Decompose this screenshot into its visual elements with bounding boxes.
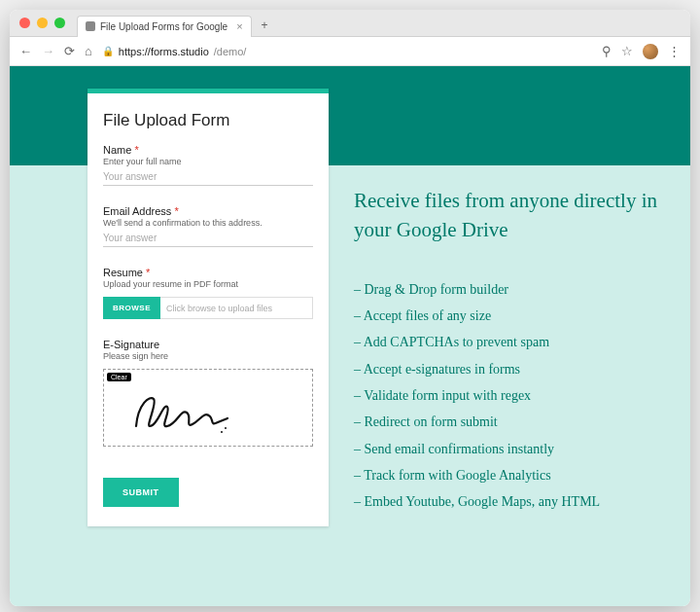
minimize-window-button[interactable] xyxy=(37,18,48,28)
url-path: /demo/ xyxy=(214,46,247,57)
toolbar-right: ⚲ ☆ ⋮ xyxy=(602,44,681,59)
email-input[interactable] xyxy=(103,228,313,247)
feature-item: Track form with Google Analytics xyxy=(354,462,667,488)
marketing-panel: Receive files from anyone directly in yo… xyxy=(354,89,667,526)
tab-favicon xyxy=(86,21,95,31)
feature-item: Drag & Drop form builder xyxy=(354,276,667,303)
reload-icon[interactable]: ⟳ xyxy=(64,44,75,58)
signature-hint: Please sign here xyxy=(103,351,313,361)
feature-item: Add CAPTCHAs to prevent spam xyxy=(354,329,667,355)
back-icon[interactable]: ← xyxy=(19,44,32,58)
forward-icon[interactable]: → xyxy=(42,44,54,58)
feature-item: Redirect on form submit xyxy=(354,409,667,435)
name-hint: Enter your full name xyxy=(103,157,313,166)
name-field: Name * Enter your full name xyxy=(103,144,313,186)
form-title: File Upload Form xyxy=(103,111,313,130)
clear-signature-button[interactable]: Clear xyxy=(107,373,131,381)
menu-icon[interactable]: ⋮ xyxy=(668,44,681,58)
email-field: Email Address * We'll send a confirmatio… xyxy=(103,205,313,247)
form-card: File Upload Form Name * Enter your full … xyxy=(88,89,329,526)
signature-drawing xyxy=(128,389,235,438)
feature-item: Accept files of any size xyxy=(354,303,667,329)
tab-title: File Upload Forms for Google xyxy=(100,21,228,32)
url-host: https://forms.studio xyxy=(119,46,209,57)
name-label: Name * xyxy=(103,144,313,156)
home-icon[interactable]: ⌂ xyxy=(85,44,92,58)
signature-field: E-Signature Please sign here Clear xyxy=(103,339,313,447)
signature-pad[interactable]: Clear xyxy=(103,369,313,447)
browse-row: BROWSE Click browse to upload files xyxy=(103,297,313,319)
resume-field: Resume * Upload your resume in PDF forma… xyxy=(103,267,313,319)
address-bar[interactable]: 🔒 https://forms.studio/demo/ xyxy=(102,46,592,57)
window-controls xyxy=(19,18,65,28)
svg-point-0 xyxy=(225,427,227,429)
profile-avatar[interactable] xyxy=(643,44,658,59)
email-label: Email Address * xyxy=(103,205,313,217)
search-icon[interactable]: ⚲ xyxy=(602,44,612,58)
browser-window: File Upload Forms for Google × + ← → ⟳ ⌂… xyxy=(10,10,690,606)
browse-button[interactable]: BROWSE xyxy=(103,297,160,319)
feature-item: Embed Youtube, Google Maps, any HTML xyxy=(354,488,667,515)
browse-placeholder[interactable]: Click browse to upload files xyxy=(160,297,313,319)
email-hint: We'll send a confirmation to this addres… xyxy=(103,218,313,228)
feature-item: Send email confirmations instantly xyxy=(354,436,667,462)
lock-icon: 🔒 xyxy=(102,46,114,56)
svg-point-1 xyxy=(221,431,223,433)
new-tab-button[interactable]: + xyxy=(258,18,272,32)
title-bar: File Upload Forms for Google × + xyxy=(10,10,690,37)
feature-item: Validate form input with regex xyxy=(354,382,667,409)
marketing-headline: Receive files from anyone directly in yo… xyxy=(354,186,667,245)
feature-item: Accept e-signatures in forms xyxy=(354,356,667,382)
submit-button[interactable]: SUBMIT xyxy=(103,478,179,507)
page-viewport: File Upload Form Name * Enter your full … xyxy=(10,66,690,606)
close-tab-icon[interactable]: × xyxy=(236,20,242,32)
star-icon[interactable]: ☆ xyxy=(621,44,633,58)
browser-tab[interactable]: File Upload Forms for Google × xyxy=(77,16,252,37)
signature-label: E-Signature xyxy=(103,339,313,350)
maximize-window-button[interactable] xyxy=(54,18,65,28)
feature-list: Drag & Drop form builder Accept files of… xyxy=(354,276,667,516)
name-input[interactable] xyxy=(103,166,313,186)
resume-label: Resume * xyxy=(103,267,313,278)
browser-toolbar: ← → ⟳ ⌂ 🔒 https://forms.studio/demo/ ⚲ ☆… xyxy=(10,37,690,66)
resume-hint: Upload your resume in PDF format xyxy=(103,279,313,289)
content-row: File Upload Form Name * Enter your full … xyxy=(10,89,690,526)
close-window-button[interactable] xyxy=(19,18,30,28)
